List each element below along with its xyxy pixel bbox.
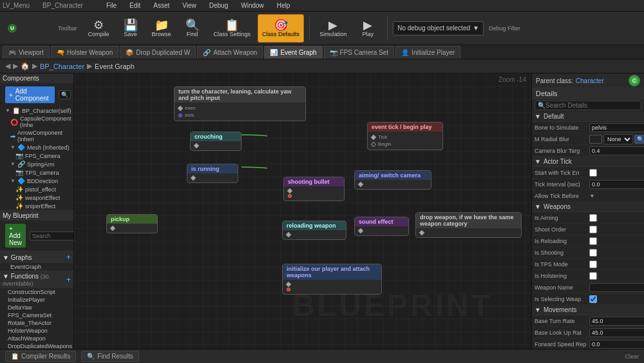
weapon-name-input[interactable] (589, 283, 644, 292)
tab-find-results[interactable]: 🔍 Find Results (81, 351, 139, 362)
breadcrumb-nav-fwd[interactable]: ▶ (13, 62, 18, 70)
node-aiming[interactable]: aiming/ switch camera (354, 170, 431, 190)
tab-event-graph[interactable]: 📊 Event Graph (264, 46, 322, 59)
event-graph-item[interactable]: EventGraph (0, 263, 73, 271)
tree-item-bp-character[interactable]: ▼ 📋 BP_Character(self) (0, 106, 73, 115)
tree-item-pistol[interactable]: ✨ pistol_effect (0, 185, 73, 193)
graphs-add-button[interactable]: + (66, 253, 71, 262)
compile-button[interactable]: ⚙ Compile (84, 14, 114, 43)
tree-item-capsule[interactable]: ⭕ CapsuleComponent (Inhe (0, 115, 73, 129)
node-turn-character[interactable]: turn the character, leaning, calculate y… (174, 86, 306, 121)
blueprint-search-input[interactable] (30, 231, 74, 240)
search-button[interactable]: 🔍 (59, 90, 71, 99)
tree-item-mesh[interactable]: ▼ 🔷 Mesh (Inherited) (0, 143, 73, 152)
tab-attach-weapon[interactable]: 🔗 Attach Weapon (197, 46, 263, 59)
canvas-area[interactable]: Zoom -14 turn the character, leaning, ca… (74, 74, 531, 349)
is-shooting-checkbox[interactable] (589, 249, 597, 257)
is-reloading-checkbox[interactable] (589, 237, 597, 245)
shoot-order-checkbox[interactable] (589, 226, 597, 233)
play-button[interactable]: ▶ Play (354, 14, 382, 43)
bool-pin-in (287, 288, 290, 291)
tree-item-weapon[interactable]: ✨ weaponEffect (0, 193, 73, 202)
tab-drop-duplicated[interactable]: 📦 Drop Duplicated W (120, 46, 196, 59)
add-new-button[interactable]: + Add New (5, 224, 26, 248)
fn-holster[interactable]: HolsterWeapon (0, 327, 73, 335)
menu-edit[interactable]: Edit (127, 2, 143, 9)
class-defaults-button[interactable]: 🎯 Class Defaults (258, 14, 304, 43)
base-lookup-input[interactable] (589, 328, 644, 337)
menu-file[interactable]: File (104, 2, 119, 9)
section-default[interactable]: ▼ Default (532, 112, 644, 122)
base-turn-input[interactable] (589, 317, 644, 326)
tree-item-sniper[interactable]: ✨ sniperEffect (0, 202, 73, 210)
menu-window[interactable]: Window (238, 2, 267, 9)
tab-init-player[interactable]: 👤 Initialize Player (395, 46, 460, 59)
save-button[interactable]: 💾 Save (117, 14, 145, 43)
tab-fps-camera[interactable]: 📷 FPS Camera Set (324, 46, 395, 59)
node-drop-weapon[interactable]: drop weapon, if we have the same weapon … (415, 212, 522, 238)
start-tick-checkbox[interactable] (589, 169, 597, 177)
functions-add-button[interactable]: + (66, 275, 71, 284)
is-tps-checkbox[interactable] (589, 260, 597, 268)
section-movements[interactable]: ▼ Movements (532, 305, 644, 315)
is-aiming-checkbox[interactable] (589, 214, 597, 222)
breadcrumb-home[interactable]: 🏠 (21, 62, 30, 70)
tab-viewport[interactable]: 🎮 Viewport (3, 46, 50, 59)
fn-attach[interactable]: AttachWeapon (0, 335, 73, 342)
toolbar-sep-1 (309, 17, 310, 40)
bone-simulate-input[interactable] (589, 123, 644, 132)
graphs-header[interactable]: ▼ Graphs + (0, 251, 73, 263)
node-sound[interactable]: sound effect (354, 217, 409, 236)
tab-compiler-results[interactable]: 📋 Compiler Results (5, 351, 76, 362)
node-pickup[interactable]: pickup (106, 214, 158, 233)
is-holstering-checkbox[interactable] (589, 272, 597, 280)
fn-drop-dup[interactable]: DropDuplicatedWeapons (0, 342, 73, 349)
tree-item-arrow[interactable]: ➡ ArrowComponent (Inheri (0, 129, 73, 143)
class-settings-button[interactable]: 📋 Class Settings (209, 14, 256, 43)
debug-object-dropdown[interactable]: No debug object selected ▼ (393, 21, 484, 35)
menu-asset[interactable]: Asset (151, 2, 172, 9)
fn-rotate-actor[interactable]: Rotate_TheActor (0, 319, 73, 327)
find-button[interactable]: 🔍 Find (178, 14, 207, 43)
node-crouching[interactable]: crouching (190, 132, 242, 151)
exec-pin-r (191, 175, 196, 181)
dropdown-arrow-icon: ▼ (473, 25, 479, 32)
tree-item-springarm[interactable]: ▼ 🔗 SpringArm (0, 160, 73, 168)
node-is-running[interactable]: is running (187, 164, 238, 183)
camera-blur-input[interactable] (589, 146, 644, 155)
browse-button[interactable]: 📁 Browse (147, 14, 176, 43)
blueprint-watermark: BLUEPRINT (292, 288, 493, 323)
breadcrumb-root[interactable]: BP_Character (40, 63, 84, 70)
tab-holster-weapon[interactable]: 🔫 Holster Weapon (51, 46, 119, 59)
simulation-button[interactable]: ▶ Simulation (315, 14, 351, 43)
details-search-input[interactable] (545, 102, 638, 109)
fwd-speed-input[interactable] (589, 340, 644, 349)
section-actor-tick[interactable]: ▼ Actor Tick (532, 157, 644, 167)
fn-delta-yaw[interactable]: DeltaYaw (0, 304, 73, 311)
node-event-tick[interactable]: event tick / begin play Tick Begin (367, 122, 443, 150)
node-shooting[interactable]: shooting bullet (283, 177, 345, 201)
breadcrumb-nav-back[interactable]: ◀ (5, 62, 10, 70)
my-blueprint-header[interactable]: My Blueprint (0, 211, 73, 221)
fn-construction[interactable]: ConstructionScript (0, 288, 73, 296)
add-component-button[interactable]: + Add Component (5, 86, 55, 103)
radial-blur-color[interactable] (589, 135, 602, 144)
tree-item-fps-camera[interactable]: 📷 FPS_Camera (0, 152, 73, 160)
radial-blur-search-button[interactable]: 🔍 (634, 135, 644, 144)
tree-item-tps-camera[interactable]: 📷 TPS_camera (0, 168, 73, 177)
fn-fps-cameraset[interactable]: FPS_CameraSet (0, 311, 73, 319)
menu-debug[interactable]: Debug (207, 2, 231, 9)
section-weapons[interactable]: ▼ Weapons (532, 202, 644, 212)
functions-header[interactable]: ▼ Functions (30 overridable) + (0, 271, 73, 288)
components-header[interactable]: Components (0, 74, 73, 83)
tick-interval-input[interactable] (589, 180, 644, 189)
fn-initialize-player[interactable]: InitializePlayer (0, 296, 73, 304)
menu-view[interactable]: View (180, 2, 199, 9)
bottom-clear-btn[interactable]: Clear (625, 353, 639, 360)
prop-base-lookup: Base Look Up Rat ▼ (532, 327, 644, 338)
radial-blur-dropdown[interactable]: None (603, 134, 633, 144)
tree-item-bddirection[interactable]: ▼ 🔷 BDDirection (0, 177, 73, 185)
is-selecting-checkbox[interactable] (589, 295, 597, 303)
menu-help[interactable]: Help (274, 2, 293, 9)
node-reloading[interactable]: reloading weapon (282, 221, 346, 240)
